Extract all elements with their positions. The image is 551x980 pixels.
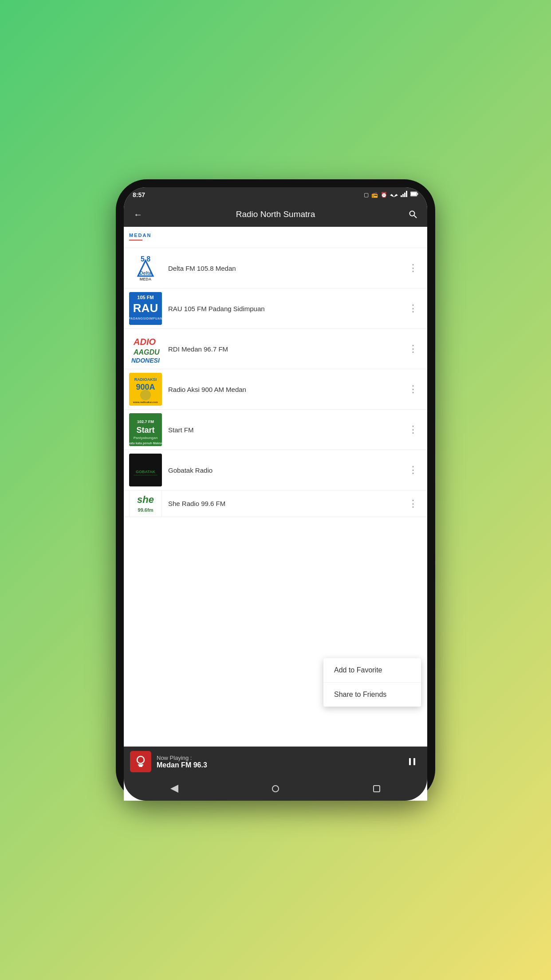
svg-point-28 (140, 390, 151, 400)
radio-name: Delta FM 105.8 Medan (162, 265, 405, 272)
radio-logo-rau: 105 FM RAU PADANGSIDIMPUAN (129, 292, 162, 325)
now-playing-info: Now Playing : Medan FM 96.3 (157, 755, 403, 769)
svg-text:she: she (137, 494, 154, 505)
svg-text:102.7 FM: 102.7 FM (137, 419, 154, 424)
app-title: Radio North Sumatra (152, 209, 399, 219)
nav-recent-button[interactable] (367, 779, 386, 798)
svg-text:satu kata penuh Makna: satu kata penuh Makna (129, 442, 162, 445)
pause-button[interactable] (403, 753, 421, 771)
svg-text:ADIO: ADIO (133, 337, 156, 347)
more-button[interactable]: ⋮ (405, 496, 422, 511)
nav-home-button[interactable] (266, 779, 285, 798)
svg-text:RADIOAKSI: RADIOAKSI (134, 377, 157, 382)
svg-rect-44 (139, 766, 142, 767)
svg-point-10 (410, 211, 415, 216)
now-playing-label: Now Playing : (157, 755, 403, 761)
svg-rect-41 (130, 751, 151, 772)
svg-text:Start: Start (136, 426, 154, 435)
clock-icon: ⏰ (381, 192, 387, 198)
svg-text:105 FM: 105 FM (137, 295, 153, 300)
back-button[interactable]: ← (131, 207, 145, 221)
list-item-partial[interactable]: MEDAN (124, 227, 427, 248)
battery-icon (410, 191, 418, 198)
list-item[interactable]: GOBATAK Gobatak Radio ⋮ (124, 450, 427, 490)
svg-marker-0 (390, 194, 398, 197)
radio-logo-gobatak: GOBATAK (129, 454, 162, 486)
radio-name: Gobatak Radio (162, 466, 405, 474)
radio-list: MEDAN 5.8 Delta MEDA Delta FM 105.8 Med (124, 227, 427, 747)
svg-rect-49 (374, 786, 380, 792)
svg-text:www.radioaksi.com: www.radioaksi.com (133, 401, 158, 403)
status-icons: ▢ 📻 ⏰ (364, 191, 418, 198)
svg-point-48 (272, 786, 279, 792)
radio-logo-she: she 99.6fm (129, 490, 162, 517)
radio-name: RDI Medan 96.7 FM (162, 345, 405, 353)
bottom-nav (124, 777, 427, 801)
status-bar: 8:57 ▢ 📻 ⏰ (124, 187, 427, 202)
more-button[interactable]: ⋮ (405, 382, 422, 397)
more-button[interactable]: ⋮ (405, 422, 422, 437)
radio-name: RAU 105 FM Padang Sidimpuan (162, 305, 405, 312)
more-button[interactable]: ⋮ (405, 341, 422, 356)
context-menu-share-friends[interactable]: Share to Friends (323, 683, 421, 707)
radio-icon: 📻 (371, 192, 378, 198)
svg-text:NDONESI: NDONESI (131, 357, 160, 364)
now-playing-bar: Now Playing : Medan FM 96.3 (124, 747, 427, 777)
svg-rect-5 (404, 193, 405, 197)
radio-logo-rdi: ADIO AAGDU NDONESI (129, 332, 162, 365)
svg-rect-37 (134, 475, 157, 475)
context-menu-add-favorite[interactable]: Add to Favorite (323, 658, 421, 683)
svg-rect-4 (402, 194, 404, 197)
svg-rect-46 (413, 758, 415, 765)
phone-screen: 8:57 ▢ 📻 ⏰ (124, 187, 427, 801)
now-playing-title: Medan FM 96.3 (157, 761, 403, 769)
radio-name: Start FM (162, 426, 405, 434)
svg-text:Delta: Delta (140, 270, 152, 276)
svg-text:99.6fm: 99.6fm (138, 507, 153, 513)
svg-text:Paniyabungan: Paniyabungan (134, 436, 158, 440)
svg-text:GOBATAK: GOBATAK (136, 470, 156, 474)
svg-rect-6 (406, 191, 407, 197)
now-playing-icon (130, 751, 151, 772)
more-button[interactable]: ⋮ (405, 261, 422, 276)
radio-name: Radio Aksi 900 AM Medan (162, 386, 405, 393)
svg-rect-3 (401, 195, 402, 197)
list-item[interactable]: ADIO AAGDU NDONESI RDI Medan 96.7 FM ⋮ (124, 329, 427, 369)
context-menu: Add to Favorite Share to Friends (323, 658, 421, 707)
list-item[interactable]: she 99.6fm She Radio 99.6 FM ⋮ (124, 490, 427, 517)
radio-name: She Radio 99.6 FM (162, 500, 405, 507)
more-button[interactable]: ⋮ (405, 462, 422, 478)
svg-marker-47 (170, 785, 178, 793)
radio-logo-delta: 5.8 Delta MEDA (129, 252, 162, 285)
svg-rect-45 (409, 758, 411, 765)
list-item[interactable]: 105 FM RAU PADANGSIDIMPUAN RAU 105 FM Pa… (124, 288, 427, 329)
list-item[interactable]: 102.7 FM Start Paniyabungan satu kata pe… (124, 410, 427, 450)
svg-text:RAU: RAU (133, 301, 158, 315)
status-time: 8:57 (133, 191, 145, 198)
svg-text:AAGDU: AAGDU (133, 348, 160, 356)
partial-logo: MEDAN (129, 231, 162, 244)
svg-text:PADANGSIDIMPUAN: PADANGSIDIMPUAN (129, 317, 162, 320)
list-item[interactable]: RADIOAKSI 900A www.radioaksi.com Radio A… (124, 369, 427, 410)
radio-logo-aksi: RADIOAKSI 900A www.radioaksi.com (129, 373, 162, 406)
list-item[interactable]: 5.8 Delta MEDA Delta FM 105.8 Medan ⋮ (124, 248, 427, 288)
app-bar: ← Radio North Sumatra (124, 202, 427, 227)
radio-logo-startfm: 102.7 FM Start Paniyabungan satu kata pe… (129, 413, 162, 446)
search-button[interactable] (406, 207, 420, 221)
phone-frame: 8:57 ▢ 📻 ⏰ (116, 179, 435, 801)
wifi-icon (390, 191, 398, 198)
signal-icon (401, 191, 408, 198)
svg-rect-43 (138, 764, 143, 766)
svg-line-11 (414, 216, 417, 218)
more-button[interactable]: ⋮ (405, 301, 422, 316)
svg-rect-8 (411, 192, 417, 196)
nav-back-button[interactable] (165, 779, 184, 798)
square-icon: ▢ (364, 192, 369, 198)
svg-rect-9 (417, 193, 418, 195)
svg-text:MEDA: MEDA (140, 277, 152, 281)
